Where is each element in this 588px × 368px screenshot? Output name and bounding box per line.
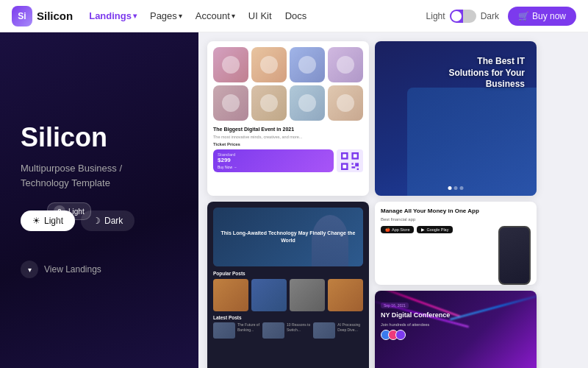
team-avatars bbox=[213, 47, 363, 121]
google-play-icon: ▶ bbox=[421, 227, 425, 232]
popular-posts-label: Popular Posts bbox=[213, 271, 363, 276]
card-event[interactable]: The Biggest Digital Event in 2021 The mo… bbox=[207, 41, 369, 196]
svg-rect-1 bbox=[343, 154, 346, 158]
svg-rect-5 bbox=[343, 164, 346, 168]
hero-buttons: ☀ Light ☽ Dark bbox=[21, 210, 178, 231]
it-solutions-text: The Best IT Solutions for Your Business bbox=[444, 56, 525, 91]
latest-thumb bbox=[313, 322, 335, 339]
cart-icon: 🛒 bbox=[518, 11, 529, 21]
dot bbox=[448, 186, 452, 190]
chevron-down-icon: ▾ bbox=[232, 12, 235, 20]
card-conference[interactable]: Sep 16, 2021 NY Digital Conference Join … bbox=[375, 291, 537, 368]
conference-avatars bbox=[381, 330, 531, 340]
avatar bbox=[251, 85, 287, 121]
buy-button[interactable]: 🛒 Buy now bbox=[508, 7, 576, 26]
avatar bbox=[213, 47, 248, 82]
ticket-section: Standard $299 Buy Now → bbox=[213, 149, 363, 172]
latest-thumb bbox=[213, 322, 235, 339]
badge-number: 9 bbox=[54, 205, 65, 217]
sun-icon: ☀ bbox=[32, 216, 40, 226]
avatar bbox=[395, 330, 406, 340]
svg-rect-7 bbox=[355, 163, 359, 166]
theme-dark-label: Dark bbox=[481, 11, 499, 21]
people-image bbox=[407, 88, 537, 196]
post-thumb bbox=[213, 279, 248, 311]
avatar bbox=[290, 85, 325, 121]
navbar: Si Silicon Landings ▾ Pages ▾ Account ▾ … bbox=[0, 0, 588, 32]
card-tech-blog[interactable]: This Long-Awaited Technology May Finally… bbox=[207, 202, 369, 368]
logo-text: Silicon bbox=[37, 10, 73, 22]
light-badge: 9 Light bbox=[47, 202, 91, 220]
ticket-price: Standard $299 Buy Now → bbox=[213, 149, 334, 172]
avatar bbox=[328, 47, 363, 82]
chevron-down-icon: ▾ bbox=[179, 12, 182, 20]
nav-right: Light Dark 🛒 Buy now bbox=[426, 7, 576, 26]
avatar bbox=[213, 85, 248, 121]
ticket-label: Ticket Prices bbox=[213, 142, 363, 146]
hero-title: Silicon bbox=[21, 122, 178, 152]
badge-label: Light bbox=[68, 208, 85, 216]
toggle-knob bbox=[451, 11, 462, 21]
view-landings-label: View Landings bbox=[44, 264, 101, 275]
latest-posts-label: Latest Posts bbox=[213, 315, 363, 320]
conference-title: NY Digital Conference bbox=[381, 311, 531, 320]
avatar bbox=[251, 47, 287, 82]
conference-subtitle: Join hundreds of attendees bbox=[381, 322, 531, 327]
nav-logo[interactable]: Si Silicon bbox=[12, 6, 73, 26]
hero-subtitle: Multipurpose Business /Technology Templa… bbox=[21, 161, 178, 190]
toggle-switch[interactable] bbox=[450, 10, 476, 23]
nav-links: Landings ▾ Pages ▾ Account ▾ UI Kit Docs bbox=[83, 7, 423, 24]
chevron-down-icon: ▾ bbox=[133, 12, 137, 20]
nav-uikit[interactable]: UI Kit bbox=[243, 7, 278, 24]
svg-rect-6 bbox=[351, 163, 353, 164]
post-thumb bbox=[290, 279, 325, 311]
apple-store-button[interactable]: 🍎 App Store bbox=[381, 226, 414, 233]
view-landings[interactable]: ▾ View Landings bbox=[21, 261, 178, 278]
ticket-qr bbox=[337, 149, 363, 172]
latest-post-text: The Future ofBanking... bbox=[237, 322, 259, 333]
post-thumb bbox=[328, 279, 363, 311]
nav-pages[interactable]: Pages ▾ bbox=[144, 7, 188, 24]
post-thumbnails bbox=[213, 279, 363, 311]
logo-icon: Si bbox=[12, 6, 32, 26]
card-group-right: Manage All Your Money in One App Best fi… bbox=[375, 202, 537, 368]
theme-light-label: Light bbox=[426, 11, 445, 21]
moon-icon: ☽ bbox=[93, 216, 101, 226]
theme-toggle[interactable]: Light Dark bbox=[426, 10, 499, 23]
nav-docs[interactable]: Docs bbox=[279, 7, 313, 24]
nav-account[interactable]: Account ▾ bbox=[190, 7, 241, 24]
hero-section: Silicon Multipurpose Business /Technolog… bbox=[0, 32, 198, 368]
svg-rect-9 bbox=[357, 168, 359, 169]
card-money-app[interactable]: Manage All Your Money in One App Best fi… bbox=[375, 202, 537, 285]
avatar bbox=[328, 85, 363, 121]
blog-hero-image: This Long-Awaited Technology May Finally… bbox=[213, 208, 363, 266]
svg-rect-8 bbox=[351, 166, 355, 168]
apple-icon: 🍎 bbox=[385, 227, 390, 232]
money-app-subtitle: Best financial app bbox=[381, 217, 531, 222]
latest-post-text: 10 Reasons toSwitch... bbox=[287, 322, 310, 333]
post-thumb bbox=[251, 279, 287, 311]
latest-posts-row: The Future ofBanking... 10 Reasons toSwi… bbox=[213, 322, 363, 339]
dot bbox=[454, 186, 458, 190]
blog-hero-text: This Long-Awaited Technology May Finally… bbox=[213, 230, 363, 244]
card-it-solutions[interactable]: The Best IT Solutions for Your Business bbox=[375, 41, 537, 196]
svg-rect-3 bbox=[354, 154, 357, 158]
money-app-title: Manage All Your Money in One App bbox=[381, 208, 531, 214]
preview-area: The Biggest Digital Event in 2021 The mo… bbox=[198, 32, 588, 368]
event-title: The Biggest Digital Event in 2021 bbox=[213, 127, 363, 132]
phone-mockup bbox=[498, 226, 531, 285]
latest-post-text: AI ProcessingDeep Dive... bbox=[337, 322, 360, 333]
dot bbox=[460, 186, 464, 190]
carousel-dots bbox=[448, 186, 464, 190]
chevron-down-icon: ▾ bbox=[21, 261, 38, 278]
event-desc: The most innovative minds, creatives, an… bbox=[213, 135, 363, 139]
avatar bbox=[290, 47, 325, 82]
google-play-button[interactable]: ▶ Google Play bbox=[417, 226, 453, 233]
latest-thumb bbox=[262, 322, 284, 339]
nav-landings[interactable]: Landings ▾ bbox=[83, 7, 143, 24]
